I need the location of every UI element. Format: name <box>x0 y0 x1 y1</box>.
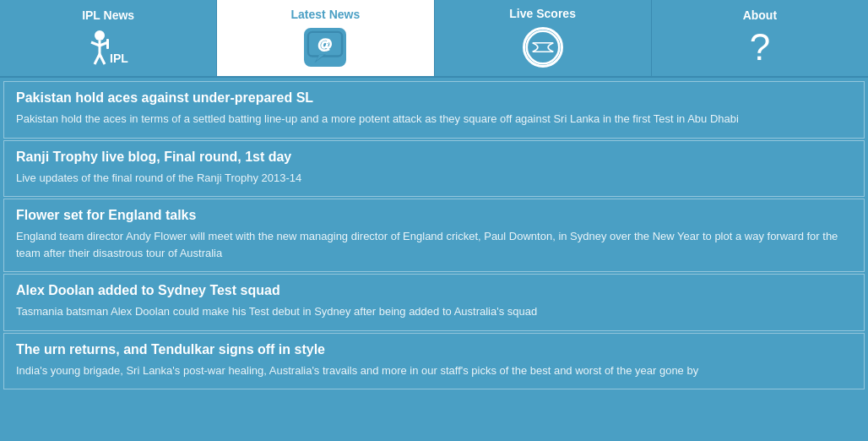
news-item[interactable]: The urn returns, and Tendulkar signs off… <box>3 333 865 390</box>
news-summary: Live updates of the final round of the R… <box>16 170 852 187</box>
svg-point-0 <box>95 30 105 41</box>
nav-item-live-scores[interactable]: Live Scores <box>435 0 652 76</box>
news-summary: England team director Andy Flower will m… <box>16 228 852 261</box>
nav-item-about[interactable]: About ? <box>652 0 868 76</box>
svg-line-5 <box>95 54 100 64</box>
svg-line-6 <box>100 54 105 64</box>
news-summary: Tasmania batsman Alex Doolan could make … <box>16 303 852 320</box>
svg-point-13 <box>526 31 559 64</box>
news-title: Alex Doolan added to Sydney Test squad <box>16 283 852 298</box>
news-title: The urn returns, and Tendulkar signs off… <box>16 342 852 357</box>
cricket-ball-icon <box>523 27 563 68</box>
latest-news-icon: @ <box>304 28 346 67</box>
news-list: Pakistan hold aces against under-prepare… <box>0 78 868 393</box>
nav-item-latest-news[interactable]: Latest News @ <box>217 0 434 76</box>
news-summary: India's young brigade, Sri Lanka's post-… <box>16 362 852 379</box>
nav-label-ipl-news: IPL News <box>82 8 134 22</box>
svg-text:IPL: IPL <box>110 52 128 65</box>
main-nav: IPL News IPL Latest News <box>0 0 868 78</box>
nav-label-about: About <box>743 8 777 22</box>
question-mark-icon: ? <box>750 29 770 66</box>
news-title: Ranji Trophy live blog, Final round, 1st… <box>16 150 852 165</box>
news-summary: Pakistan hold the aces in terms of a set… <box>16 111 852 128</box>
news-title: Flower set for England talks <box>16 208 852 223</box>
news-item[interactable]: Pakistan hold aces against under-prepare… <box>3 81 865 139</box>
news-item[interactable]: Alex Doolan added to Sydney Test squad T… <box>3 274 865 331</box>
nav-label-live-scores: Live Scores <box>509 7 576 20</box>
svg-text:@: @ <box>318 35 333 52</box>
nav-item-ipl-news[interactable]: IPL News IPL <box>0 0 217 76</box>
ipl-logo-icon: IPL <box>83 29 133 67</box>
svg-rect-4 <box>106 39 109 49</box>
news-item[interactable]: Ranji Trophy live blog, Final round, 1st… <box>3 140 865 198</box>
news-title: Pakistan hold aces against under-prepare… <box>16 90 852 106</box>
news-item[interactable]: Flower set for England talks England tea… <box>3 199 865 272</box>
nav-label-latest-news: Latest News <box>291 8 361 21</box>
